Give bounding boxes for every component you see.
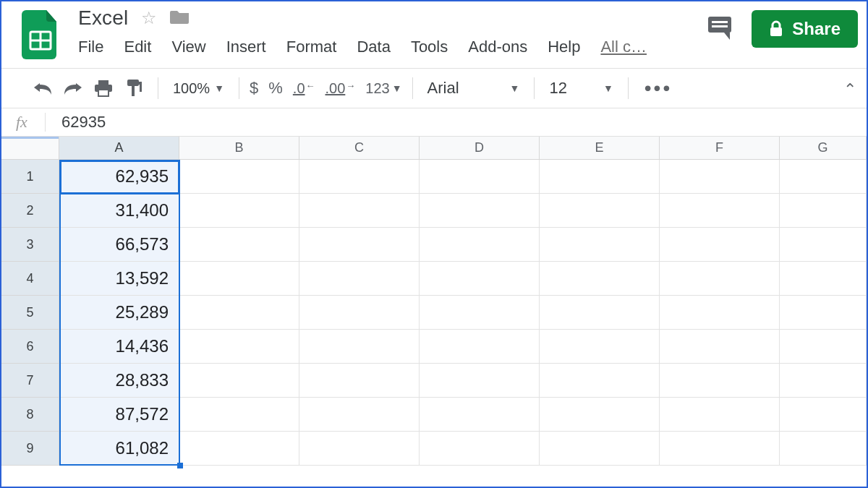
cell[interactable] xyxy=(780,364,867,398)
collapse-toolbar-icon[interactable]: ⌃ xyxy=(843,80,856,99)
cell[interactable] xyxy=(299,432,420,466)
undo-button[interactable] xyxy=(29,75,56,101)
cell-a7[interactable]: 28,833 xyxy=(59,364,179,398)
cell[interactable] xyxy=(420,160,540,194)
menu-tools[interactable]: Tools xyxy=(411,38,448,56)
cell[interactable] xyxy=(299,296,420,330)
cell[interactable] xyxy=(660,160,780,194)
cell-a3[interactable]: 66,573 xyxy=(59,228,179,262)
cell[interactable] xyxy=(780,398,867,432)
cell[interactable] xyxy=(780,262,867,296)
row-header[interactable]: 3 xyxy=(1,228,59,262)
col-header-e[interactable]: E xyxy=(540,137,660,160)
currency-button[interactable]: $ xyxy=(250,79,258,98)
font-select[interactable]: Arial ▼ xyxy=(423,79,524,98)
cell[interactable] xyxy=(540,228,660,262)
cell[interactable] xyxy=(780,432,867,466)
cell[interactable] xyxy=(299,398,420,432)
cell[interactable] xyxy=(420,296,540,330)
menu-edit[interactable]: Edit xyxy=(124,38,151,56)
formula-bar[interactable]: fx 62935 xyxy=(1,108,867,137)
cell[interactable] xyxy=(420,364,540,398)
row-header[interactable]: 5 xyxy=(1,296,59,330)
zoom-select[interactable]: 100% ▼ xyxy=(169,80,229,97)
cell[interactable] xyxy=(540,364,660,398)
row-header[interactable]: 2 xyxy=(1,194,59,228)
cell[interactable] xyxy=(780,228,867,262)
increase-decimal-button[interactable]: .00 → xyxy=(326,80,356,97)
cell[interactable] xyxy=(299,330,420,364)
redo-button[interactable] xyxy=(59,75,87,101)
menu-view[interactable]: View xyxy=(171,38,205,56)
cell[interactable] xyxy=(299,228,420,262)
cell[interactable] xyxy=(420,228,540,262)
cell-a6[interactable]: 14,436 xyxy=(59,330,179,364)
cell[interactable] xyxy=(660,432,780,466)
col-header-b[interactable]: B xyxy=(179,137,299,160)
menu-help[interactable]: Help xyxy=(548,38,580,56)
cell[interactable] xyxy=(299,194,420,228)
cell-a4[interactable]: 13,592 xyxy=(59,262,179,296)
cell[interactable] xyxy=(540,160,660,194)
col-header-d[interactable]: D xyxy=(420,137,540,160)
cell[interactable] xyxy=(179,296,299,330)
cell[interactable] xyxy=(540,398,660,432)
cell[interactable] xyxy=(660,398,780,432)
percent-button[interactable]: % xyxy=(268,79,283,98)
font-size-select[interactable]: 12 ▼ xyxy=(545,79,617,98)
print-button[interactable] xyxy=(90,75,117,101)
cell[interactable] xyxy=(540,296,660,330)
document-title[interactable]: Excel xyxy=(78,7,128,30)
cell[interactable] xyxy=(780,160,867,194)
cell[interactable] xyxy=(420,330,540,364)
share-button[interactable]: Share xyxy=(752,10,858,48)
menu-overflow[interactable]: All c… xyxy=(600,38,647,56)
cell[interactable] xyxy=(179,194,299,228)
cell[interactable] xyxy=(660,296,780,330)
cell[interactable] xyxy=(660,228,780,262)
cell-a8[interactable]: 87,572 xyxy=(59,398,179,432)
row-header[interactable]: 9 xyxy=(1,432,59,466)
col-header-c[interactable]: C xyxy=(299,137,420,160)
cell[interactable] xyxy=(179,330,299,364)
cell[interactable] xyxy=(299,262,420,296)
number-format-select[interactable]: 123 ▼ xyxy=(365,80,401,97)
cell[interactable] xyxy=(420,398,540,432)
menu-data[interactable]: Data xyxy=(357,38,390,56)
cell[interactable] xyxy=(179,398,299,432)
col-header-g[interactable]: G xyxy=(780,137,867,160)
row-header[interactable]: 4 xyxy=(1,262,59,296)
row-header[interactable]: 1 xyxy=(1,160,59,194)
cell[interactable] xyxy=(299,364,420,398)
cell[interactable] xyxy=(540,330,660,364)
menu-format[interactable]: Format xyxy=(286,38,337,56)
cell[interactable] xyxy=(179,262,299,296)
col-header-f[interactable]: F xyxy=(660,137,780,160)
cell[interactable] xyxy=(540,432,660,466)
menu-insert[interactable]: Insert xyxy=(226,38,266,56)
cell[interactable] xyxy=(420,194,540,228)
row-header[interactable]: 6 xyxy=(1,330,59,364)
cell[interactable] xyxy=(780,296,867,330)
cell[interactable] xyxy=(660,262,780,296)
col-header-a[interactable]: A xyxy=(59,137,179,160)
menu-addons[interactable]: Add-ons xyxy=(468,38,527,56)
cell-a2[interactable]: 31,400 xyxy=(59,194,179,228)
cell[interactable] xyxy=(420,262,540,296)
fill-handle[interactable] xyxy=(177,463,183,468)
cell[interactable] xyxy=(780,330,867,364)
cell[interactable] xyxy=(540,194,660,228)
cell[interactable] xyxy=(420,432,540,466)
more-toolbar-button[interactable]: ••• xyxy=(639,77,672,100)
cell[interactable] xyxy=(660,194,780,228)
comments-icon[interactable] xyxy=(705,14,734,44)
cell[interactable] xyxy=(660,364,780,398)
cell-a9[interactable]: 61,082 xyxy=(59,432,179,466)
cell[interactable] xyxy=(179,364,299,398)
cell[interactable] xyxy=(540,262,660,296)
star-icon[interactable]: ☆ xyxy=(141,9,157,27)
cell[interactable] xyxy=(179,432,299,466)
cell[interactable] xyxy=(780,194,867,228)
cell[interactable] xyxy=(179,160,299,194)
select-all-corner[interactable] xyxy=(1,137,59,160)
